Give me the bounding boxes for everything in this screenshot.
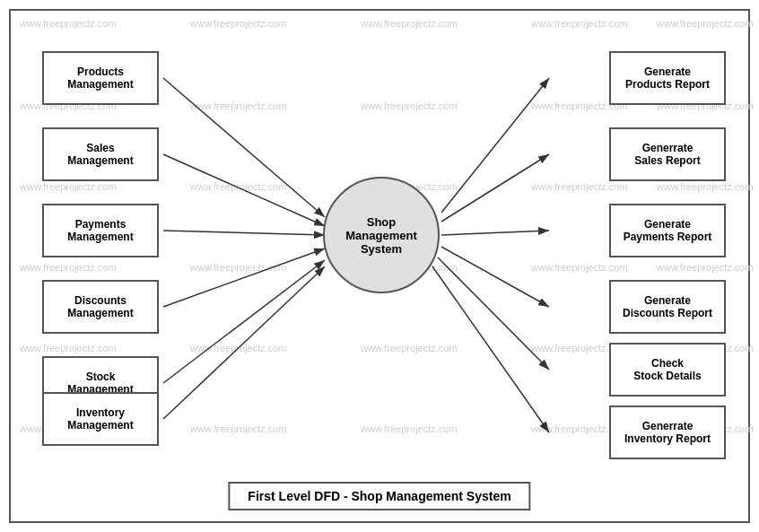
- sales-management-box: SalesManagement: [42, 127, 159, 181]
- svg-line-9: [441, 231, 549, 235]
- generate-sales-report-box: GenerrateSales Report: [609, 127, 726, 181]
- svg-line-8: [441, 154, 549, 222]
- generate-discounts-report-box: GenerateDiscounts Report: [609, 280, 726, 334]
- inventory-management-box: InventoryManagement: [42, 392, 159, 446]
- svg-line-7: [441, 78, 549, 213]
- diagram-container: www.freeprojectz.com www.freeprojectz.co…: [9, 9, 750, 523]
- svg-line-3: [163, 231, 325, 235]
- center-label: ShopManagementSystem: [345, 215, 416, 256]
- products-management-box: ProductsManagement: [42, 51, 159, 105]
- svg-line-6: [163, 266, 325, 419]
- discounts-management-box: DiscountsManagement: [42, 280, 159, 334]
- svg-line-2: [163, 154, 325, 226]
- svg-line-1: [163, 78, 325, 217]
- svg-line-5: [163, 260, 325, 383]
- diagram-inner: www.freeprojectz.com www.freeprojectz.co…: [11, 11, 748, 521]
- generate-inventory-report-box: GenerrateInventory Report: [609, 406, 726, 459]
- generate-products-report-box: GenerateProducts Report: [609, 51, 726, 105]
- diagram-title: First Level DFD - Shop Management System: [228, 482, 530, 510]
- center-circle: ShopManagementSystem: [323, 177, 440, 293]
- svg-line-4: [163, 249, 325, 307]
- svg-line-12: [432, 266, 549, 432]
- payments-management-box: PaymentsManagement: [42, 204, 159, 257]
- generate-payments-report-box: GeneratePayments Report: [609, 204, 726, 257]
- check-stock-details-box: CheckStock Details: [609, 343, 726, 397]
